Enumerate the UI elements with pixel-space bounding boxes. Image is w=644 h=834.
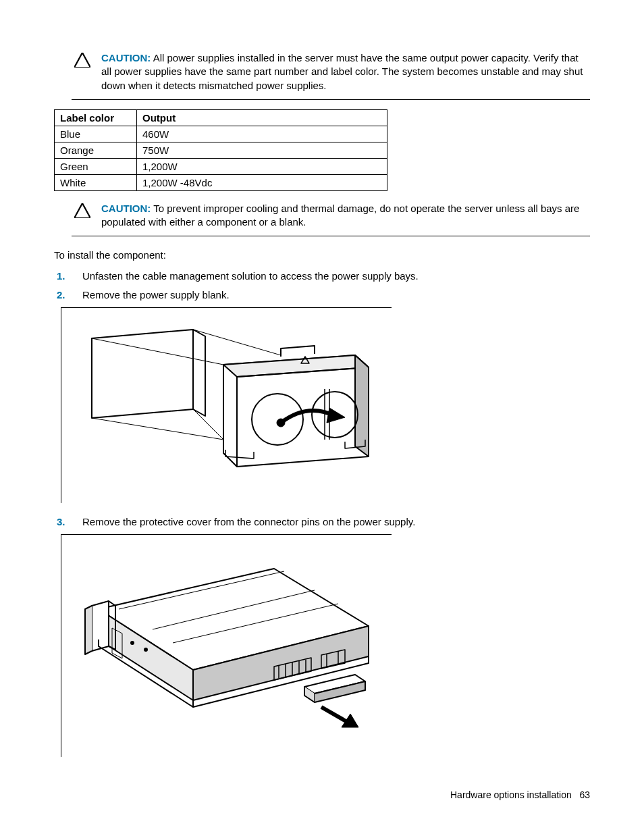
footer-page: 63: [579, 789, 590, 800]
list-item: 2. Remove the power supply blank.: [54, 288, 590, 302]
page-content: CAUTION: All power supplies installed in…: [54, 47, 590, 757]
svg-point-4: [144, 648, 147, 651]
figure-remove-cover: [61, 534, 392, 757]
footer-section: Hardware options installation: [450, 789, 572, 800]
step-text: Unfasten the cable management solution t…: [82, 269, 590, 283]
table-row: Orange 750W: [55, 142, 387, 158]
table-row: Green 1,200W: [55, 158, 387, 174]
list-item: 3. Remove the protective cover from the …: [54, 515, 590, 529]
table-cell: Blue: [55, 126, 137, 142]
table-cell: 460W: [137, 126, 387, 142]
figure-remove-blank: [61, 307, 392, 503]
table-cell: Green: [55, 158, 137, 174]
step-number: 2.: [54, 288, 82, 302]
table-cell: 750W: [137, 142, 387, 158]
svg-point-3: [131, 642, 134, 644]
table-cell: 1,200W -48Vdc: [137, 174, 387, 190]
psu-blank-illustration: [78, 321, 375, 490]
step-number: 1.: [54, 269, 82, 283]
step-text: Remove the power supply blank.: [82, 288, 590, 302]
table-row: Blue 460W: [55, 126, 387, 142]
table-header: Output: [137, 109, 387, 126]
table-row: White 1,200W -48Vdc: [55, 174, 387, 190]
table-cell: White: [55, 174, 137, 190]
step-list-cont: 3. Remove the protective cover from the …: [54, 515, 590, 529]
caution-label: CAUTION:: [101, 52, 151, 63]
warning-icon: [72, 202, 99, 230]
step-list: 1. Unfasten the cable management solutio…: [54, 269, 590, 303]
warning-icon: [72, 51, 99, 93]
caution-text-2: CAUTION: To prevent improper cooling and…: [99, 202, 590, 230]
list-item: 1. Unfasten the cable management solutio…: [54, 269, 590, 283]
step-text: Remove the protective cover from the con…: [82, 515, 590, 529]
caution-body: To prevent improper cooling and thermal …: [101, 203, 579, 228]
caution-label: CAUTION:: [101, 203, 151, 214]
psu-illustration: [72, 548, 382, 744]
caution-body: All power supplies installed in the serv…: [101, 52, 583, 91]
table-cell: Orange: [55, 142, 137, 158]
caution-text-1: CAUTION: All power supplies installed in…: [99, 51, 590, 93]
table-header-row: Label color Output: [55, 109, 387, 126]
table-header: Label color: [55, 109, 137, 126]
page-footer: Hardware options installation 63: [450, 789, 590, 800]
table-cell: 1,200W: [137, 158, 387, 174]
step-number: 3.: [54, 515, 82, 529]
caution-block-1: CAUTION: All power supplies installed in…: [72, 47, 590, 100]
svg-point-2: [277, 419, 285, 427]
label-output-table: Label color Output Blue 460W Orange 750W…: [54, 109, 387, 191]
caution-block-2: CAUTION: To prevent improper cooling and…: [72, 198, 590, 237]
intro-text: To install the component:: [54, 249, 590, 262]
